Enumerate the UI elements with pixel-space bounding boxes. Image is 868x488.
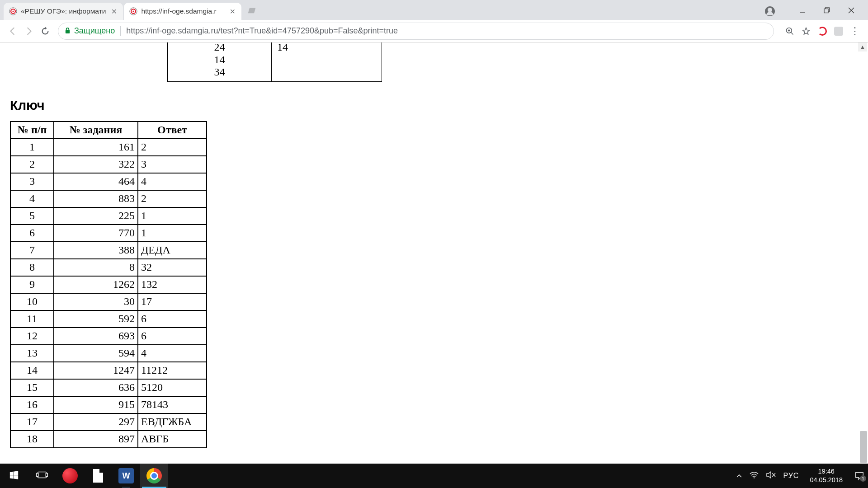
cell-task: 297 <box>54 413 138 431</box>
cell-ans: АВГБ <box>138 431 207 448</box>
cell-ans: 132 <box>138 276 207 293</box>
table-row: 18897АВГБ <box>10 431 207 448</box>
table-row: 14124711212 <box>10 362 207 379</box>
cell-pp: 18 <box>10 431 54 448</box>
cell-ans: 32 <box>138 259 207 276</box>
table-row: 8832 <box>10 259 207 276</box>
back-button[interactable] <box>6 25 19 38</box>
bookmark-star-icon[interactable] <box>801 26 811 36</box>
close-icon[interactable]: × <box>109 7 118 16</box>
new-tab-button[interactable] <box>245 5 259 18</box>
file-icon <box>93 469 103 483</box>
zoom-icon[interactable] <box>785 26 795 36</box>
svg-point-5 <box>133 10 134 12</box>
table-row: 67701 <box>10 225 207 242</box>
address-bar[interactable]: Защищено https://inf-oge.sdamgia.ru/test… <box>58 23 774 40</box>
cell-task: 464 <box>54 173 138 190</box>
partial-cell-right: 14 <box>272 42 382 81</box>
taskbar-app-word[interactable]: W <box>112 464 140 488</box>
url-text: https://inf-oge.sdamgia.ru/test?nt=True&… <box>126 26 398 36</box>
cell-ans: 78143 <box>138 396 207 413</box>
partial-cell-left: 24 14 34 <box>168 42 272 81</box>
cell-pp: 14 <box>10 362 54 379</box>
cell-task: 594 <box>54 345 138 362</box>
cell-pp: 17 <box>10 413 54 431</box>
cell-pp: 1 <box>10 139 54 156</box>
cell-task: 30 <box>54 293 138 310</box>
cell-ans: 1 <box>138 207 207 225</box>
cell-pp: 7 <box>10 242 54 259</box>
extension-square-icon[interactable] <box>834 26 844 36</box>
tab-title: «РЕШУ ОГЭ»: информати <box>21 7 106 15</box>
cell-task: 636 <box>54 379 138 396</box>
favicon-icon <box>9 7 17 15</box>
clock-date: 04.05.2018 <box>810 476 843 484</box>
cell-ans: 6 <box>138 328 207 345</box>
table-row: 115926 <box>10 310 207 328</box>
reload-button[interactable] <box>39 25 52 38</box>
close-icon[interactable]: × <box>228 7 237 16</box>
cell-ans: 4 <box>138 345 207 362</box>
table-row: 48832 <box>10 190 207 207</box>
svg-rect-11 <box>66 30 70 33</box>
cell-ans: 11212 <box>138 362 207 379</box>
cell-ans: 6 <box>138 310 207 328</box>
taskbar-app-file[interactable] <box>84 464 112 488</box>
cell-ans: 17 <box>138 293 207 310</box>
table-row: 135944 <box>10 345 207 362</box>
table-row: 156365120 <box>10 379 207 396</box>
maximize-button[interactable] <box>821 7 833 16</box>
taskbar-app-opera[interactable] <box>56 464 84 488</box>
opera-icon <box>62 468 78 483</box>
tray-chevron-icon[interactable] <box>736 472 742 480</box>
start-button[interactable] <box>0 464 28 488</box>
svg-rect-8 <box>824 9 828 13</box>
cell-pp: 2 <box>10 156 54 173</box>
cell-task: 1247 <box>54 362 138 379</box>
input-language[interactable]: РУС <box>783 472 799 480</box>
scrollbar-thumb[interactable] <box>860 431 867 463</box>
table-row: 17297ЕВДГЖБА <box>10 413 207 431</box>
cell-task: 770 <box>54 225 138 242</box>
cell-task: 1262 <box>54 276 138 293</box>
cell-task: 322 <box>54 156 138 173</box>
cell-ans: 2 <box>138 139 207 156</box>
close-window-button[interactable] <box>845 7 857 16</box>
cell-task: 161 <box>54 139 138 156</box>
taskbar-clock[interactable]: 19:46 04.05.2018 <box>806 467 846 484</box>
cell-task: 915 <box>54 396 138 413</box>
col-header-pp: № п/п <box>10 122 54 139</box>
cell-task: 225 <box>54 207 138 225</box>
browser-tab-0[interactable]: «РЕШУ ОГЭ»: информати × <box>4 3 123 20</box>
volume-muted-icon[interactable] <box>766 471 776 480</box>
cell-pp: 12 <box>10 328 54 345</box>
cell-task: 897 <box>54 431 138 448</box>
action-center-button[interactable]: 1 <box>854 471 865 481</box>
cell-ans: ДЕДА <box>138 242 207 259</box>
word-icon: W <box>118 468 134 483</box>
cell-pp: 3 <box>10 173 54 190</box>
tab-title: https://inf-oge.sdamgia.r <box>141 7 224 15</box>
menu-button[interactable]: ⋮ <box>850 25 860 37</box>
cell-task: 592 <box>54 310 138 328</box>
svg-line-13 <box>791 32 793 34</box>
page-content: 24 14 34 14 Ключ № п/п № задания Ответ 1… <box>0 42 868 448</box>
browser-tabstrip: «РЕШУ ОГЭ»: информати × https://inf-oge.… <box>0 0 868 20</box>
forward-button[interactable] <box>23 25 35 38</box>
browser-tab-1[interactable]: https://inf-oge.sdamgia.r × <box>124 3 241 20</box>
cell-pp: 16 <box>10 396 54 413</box>
wifi-icon[interactable] <box>750 471 759 480</box>
cell-ans: ЕВДГЖБА <box>138 413 207 431</box>
svg-rect-16 <box>38 472 47 478</box>
profile-avatar-icon[interactable] <box>765 6 775 16</box>
extension-opera-icon[interactable] <box>817 26 827 36</box>
cell-pp: 9 <box>10 276 54 293</box>
window-controls <box>765 6 868 20</box>
windows-logo-icon <box>9 470 19 482</box>
scroll-up-button[interactable]: ▲ <box>858 42 867 52</box>
task-view-button[interactable] <box>28 464 56 488</box>
taskbar-app-chrome[interactable] <box>140 464 168 488</box>
svg-rect-18 <box>46 473 47 476</box>
minimize-button[interactable] <box>797 7 808 16</box>
divider <box>120 26 121 36</box>
